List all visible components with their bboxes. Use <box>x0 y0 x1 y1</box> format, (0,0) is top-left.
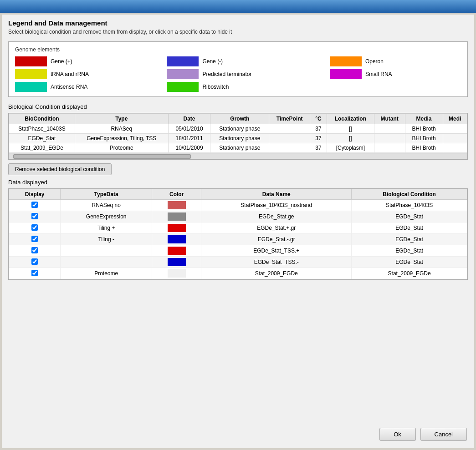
genome-item-label: Riboswitch <box>202 84 229 90</box>
list-item[interactable]: EGDe_Stat_TSS.-EGDe_Stat <box>9 257 467 268</box>
bio-column-header: Localization <box>327 114 374 124</box>
type-data-cell <box>61 245 152 257</box>
table-cell: [] <box>327 124 374 134</box>
genome-item: Predicted terminator <box>167 69 320 79</box>
display-checkbox[interactable] <box>31 258 38 265</box>
color-cell <box>152 245 201 257</box>
data-name-cell: EGDe_Stat_TSS.+ <box>201 245 352 257</box>
color-swatch <box>168 269 186 278</box>
genome-item-label: Gene (+) <box>51 58 72 65</box>
type-data-cell: RNASeq no <box>61 200 152 211</box>
genome-item-label: Small RNA <box>365 71 392 77</box>
data-table-body: RNASeq noStatPhase_10403S_nostrandStatPh… <box>9 200 467 279</box>
display-checkbox[interactable] <box>31 224 38 231</box>
dialog-title: Legend and Data management <box>8 19 468 27</box>
table-cell: [] <box>327 134 374 143</box>
table-row[interactable]: EGDe_StatGeneExpression, Tiling, TSS18/0… <box>9 134 467 143</box>
bio-column-header: Medi <box>443 114 467 124</box>
bio-cond-cell: EGDe_Stat <box>352 234 467 245</box>
display-checkbox[interactable] <box>31 213 38 219</box>
genome-item-label: Gene (-) <box>202 58 223 65</box>
genome-section: Genome elements Gene (+)Gene (-)OperontR… <box>8 41 468 97</box>
list-item[interactable]: Tiling +EGDe_Stat.+.grEGDe_Stat <box>9 222 467 234</box>
display-checkbox[interactable] <box>31 202 38 208</box>
display-cell[interactable] <box>9 234 61 245</box>
data-name-cell: EGDe_Stat_TSS.- <box>201 257 352 268</box>
table-row[interactable]: StatPhase_10403SRNASeq05/01/2010Stationa… <box>9 124 467 134</box>
bio-cond-cell: EGDe_Stat <box>352 222 467 234</box>
table-cell <box>443 143 467 153</box>
table-cell <box>443 124 467 134</box>
data-table: DisplayTypeDataColorData NameBiological … <box>9 189 467 279</box>
table-cell: 18/01/2011 <box>168 134 210 143</box>
data-name-cell: EGDe_Stat.-.gr <box>201 234 352 245</box>
genome-item: Operon <box>330 56 461 66</box>
genome-item: tRNA and rRNA <box>15 69 158 79</box>
color-swatch <box>168 224 186 232</box>
color-cell <box>152 234 201 245</box>
display-checkbox[interactable] <box>31 270 38 276</box>
genome-section-label: Genome elements <box>15 46 461 53</box>
table-cell: [Cytoplasm] <box>327 143 374 153</box>
genome-color-box <box>330 69 362 79</box>
table-cell <box>269 124 310 134</box>
genome-grid: Gene (+)Gene (-)OperontRNA and rRNAPredi… <box>15 56 461 92</box>
display-cell[interactable] <box>9 268 61 279</box>
table-cell: StatPhase_10403S <box>9 124 75 134</box>
data-column-header: Color <box>152 189 201 200</box>
bottom-buttons: Ok Cancel <box>379 428 467 441</box>
display-checkbox[interactable] <box>31 247 38 253</box>
table-cell: Stat_2009_EGDe <box>9 143 75 153</box>
genome-item-label: Predicted terminator <box>202 71 251 77</box>
genome-item: Riboswitch <box>167 82 320 92</box>
data-name-cell: EGDe_Stat.ge <box>201 211 352 222</box>
data-section-label: Data displayed <box>8 179 468 186</box>
bio-column-header: °C <box>310 114 327 124</box>
bio-condition-table-wrapper: BioConditionTypeDateGrowthTimePoint°CLoc… <box>8 113 468 160</box>
bio-cond-cell: EGDe_Stat <box>352 245 467 257</box>
table-cell: BHI Broth <box>405 143 443 153</box>
table-cell: EGDe_Stat <box>9 134 75 143</box>
genome-item: Gene (-) <box>167 56 320 66</box>
bio-cond-cell: EGDe_Stat <box>352 211 467 222</box>
display-checkbox[interactable] <box>31 236 38 242</box>
table-cell: Stationary phase <box>210 124 269 134</box>
data-header-row: DisplayTypeDataColorData NameBiological … <box>9 189 467 200</box>
color-swatch <box>168 247 186 255</box>
scrollbar-thumb[interactable] <box>13 154 191 159</box>
list-item[interactable]: ProteomeStat_2009_EGDeStat_2009_EGDe <box>9 268 467 279</box>
bio-cond-cell: StatPhase_10403S <box>352 200 467 211</box>
color-cell <box>152 211 201 222</box>
horizontal-scrollbar[interactable] <box>9 153 467 159</box>
dialog-subtitle: Select biological condition and remove t… <box>8 29 468 35</box>
remove-bio-condition-button[interactable]: Remove selected biological condition <box>8 163 112 175</box>
display-cell[interactable] <box>9 257 61 268</box>
table-cell: 37 <box>310 143 327 153</box>
cancel-button[interactable]: Cancel <box>420 428 467 441</box>
table-cell <box>374 124 405 134</box>
genome-item: Antisense RNA <box>15 82 158 92</box>
data-name-cell: StatPhase_10403S_nostrand <box>201 200 352 211</box>
color-swatch <box>168 235 186 243</box>
display-cell[interactable] <box>9 200 61 211</box>
table-row[interactable]: Stat_2009_EGDeProteome10/01/2009Stationa… <box>9 143 467 153</box>
list-item[interactable]: GeneExpressionEGDe_Stat.geEGDe_Stat <box>9 211 467 222</box>
genome-color-box <box>167 69 199 79</box>
title-bar <box>0 0 476 13</box>
ok-button[interactable]: Ok <box>379 428 416 441</box>
list-item[interactable]: EGDe_Stat_TSS.+EGDe_Stat <box>9 245 467 257</box>
list-item[interactable]: RNASeq noStatPhase_10403S_nostrandStatPh… <box>9 200 467 211</box>
display-cell[interactable] <box>9 211 61 222</box>
genome-color-box <box>167 56 199 66</box>
bio-condition-header-row: BioConditionTypeDateGrowthTimePoint°CLoc… <box>9 114 467 124</box>
main-content: Legend and Data management Select biolog… <box>2 15 474 448</box>
data-column-header: Biological Condition <box>352 189 467 200</box>
display-cell[interactable] <box>9 245 61 257</box>
color-cell <box>152 268 201 279</box>
table-cell: Proteome <box>75 143 168 153</box>
display-cell[interactable] <box>9 222 61 234</box>
genome-item: Gene (+) <box>15 56 158 66</box>
list-item[interactable]: Tiling -EGDe_Stat.-.grEGDe_Stat <box>9 234 467 245</box>
table-cell <box>269 134 310 143</box>
data-column-header: TypeData <box>61 189 152 200</box>
